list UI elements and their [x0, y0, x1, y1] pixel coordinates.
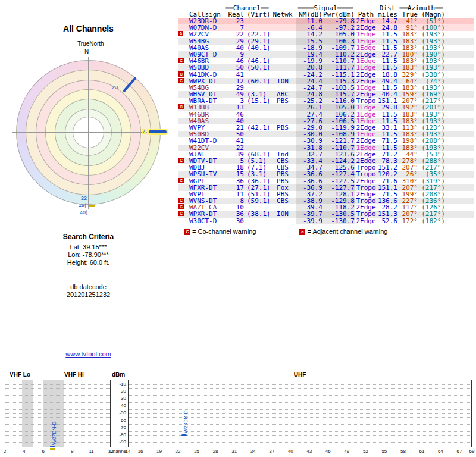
- cell-network: ION: [269, 78, 296, 84]
- cell-azimuth-magn: (193°): [418, 58, 445, 64]
- cell-distance: 40.4: [377, 91, 397, 98]
- cell-distance: 11.5: [377, 58, 397, 64]
- cell-nm-db: -39.4: [296, 204, 322, 211]
- cell-path: Tropo: [355, 184, 377, 191]
- col-netwk: Netwk: [269, 11, 296, 18]
- cell-azimuth-true: 183°: [397, 118, 418, 124]
- cell-filler: [445, 71, 474, 78]
- cell-network: [269, 84, 296, 91]
- cell-filler: [445, 198, 474, 204]
- cell-nm-db: -33.4: [296, 158, 322, 164]
- cell-network: [269, 111, 296, 118]
- cell-azimuth-true: 183°: [397, 45, 418, 51]
- table-row: WHSV-DT49(3.1)ABC-24.8-115.72Edge40.4159…: [178, 91, 474, 98]
- cell-warning: [178, 151, 189, 158]
- col-miles: miles: [377, 11, 397, 18]
- cell-filler: [445, 78, 474, 84]
- cell-path: 2Edge: [355, 218, 377, 224]
- cell-warning: [178, 191, 189, 198]
- cell-azimuth-true: 117°: [397, 204, 418, 211]
- cell-azimuth-magn: (35°): [418, 171, 445, 177]
- cell-path: 2Edge: [355, 124, 377, 131]
- gridline: [129, 402, 471, 403]
- cell-path: 1Edge: [355, 118, 377, 124]
- cell-real-channel: 49: [225, 91, 244, 98]
- cell-warning: C: [178, 104, 189, 111]
- adjacent-warning-icon: a: [299, 229, 305, 235]
- cell-virtual-channel: (7.1): [244, 164, 269, 171]
- gridline: [5, 413, 110, 414]
- radar-label-ch22: 22: [81, 195, 87, 201]
- tvfool-link[interactable]: www.tvfool.com: [39, 350, 137, 358]
- cell-network: PBS: [269, 124, 296, 131]
- cell-pwr-dbm: -109.7: [322, 45, 355, 51]
- co-channel-warning-icon: C: [178, 104, 184, 109]
- cell-nm-db: -38.9: [296, 198, 322, 204]
- cell-network: [269, 38, 296, 45]
- radar-tick-yellow: [89, 205, 95, 207]
- gridline: [5, 428, 110, 428]
- radar-crosshair-v: [88, 57, 89, 209]
- page-title: All Channels: [39, 24, 137, 33]
- cell-virtual-channel: (59.1): [244, 198, 269, 204]
- vhf-hi-label: VHF Hi: [63, 371, 85, 378]
- cell-pwr-dbm: -130.5: [322, 211, 355, 217]
- cell-azimuth-magn: (169°): [418, 91, 445, 98]
- cell-real-channel: 10: [225, 204, 244, 211]
- cell-network: CBS: [269, 164, 296, 171]
- cell-distance: 151.2: [377, 164, 397, 171]
- table-row: WFXR-DT17(27.1)Fox-36.9-127.7Tropo151.12…: [178, 184, 474, 191]
- cell-real-channel: 5: [225, 158, 244, 164]
- cell-nm-db: -31.8: [296, 145, 322, 151]
- cell-real-channel: 41: [225, 137, 244, 144]
- cell-virtual-channel: (5.1): [244, 158, 269, 164]
- cell-azimuth-magn: (319°): [418, 178, 445, 184]
- search-criteria: Search Criteria Lat: 39.15*** Lon: -78.9…: [39, 233, 137, 299]
- table-row: W50BD50(50.1)-20.8-111.71Edge11.5183°(19…: [178, 64, 474, 71]
- radar-marker-ch7: [149, 130, 167, 133]
- cell-azimuth-true: 207°: [397, 164, 418, 171]
- cell-path: 2Edge: [355, 91, 377, 98]
- cell-distance: 11.5: [377, 38, 397, 45]
- cell-pwr-dbm: -79.8: [322, 18, 355, 24]
- cell-nm-db: -29.0: [296, 124, 322, 131]
- datecode-value: 201201251232: [39, 291, 137, 299]
- cell-azimuth-true: 183°: [397, 84, 418, 91]
- cell-network: [269, 51, 296, 58]
- y-axis-label: -50: [111, 410, 126, 415]
- x-axis-label: 69: [469, 449, 475, 454]
- cell-nm-db: -27.4: [296, 111, 322, 118]
- cell-filler: [445, 218, 474, 224]
- cell-callsign: W23DR-D: [189, 18, 225, 24]
- cell-real-channel: 23: [225, 18, 244, 24]
- cell-nm-db: -36.6: [296, 178, 322, 184]
- adjacent-warning-icon: a: [178, 31, 183, 36]
- table-row: WVPY21(42.1)PBS-29.0-119.92Edge33.1113°(…: [178, 124, 474, 131]
- radar-label-ch23: 23: [112, 84, 118, 90]
- table-row: WJAL39(68.1)Ind-32.7-123.62Edge71.244°(5…: [178, 151, 474, 158]
- gridline: [129, 435, 471, 436]
- cell-distance: 11.5: [377, 145, 397, 151]
- cell-pwr-dbm: -110.7: [322, 145, 355, 151]
- cell-nm-db: -27.6: [296, 118, 322, 124]
- cell-nm-db: -18.9: [296, 45, 322, 51]
- gridline: [5, 392, 110, 392]
- cell-network: Ind: [269, 151, 296, 158]
- cell-filler: [445, 38, 474, 45]
- table-row: WVPT11(51.1)PBS-37.2-128.12Edge71.5199°(…: [178, 191, 474, 198]
- gridline: [5, 442, 110, 443]
- cell-warning: [178, 84, 189, 91]
- cell-real-channel: 50: [225, 131, 244, 137]
- cell-pwr-dbm: -128.1: [322, 191, 355, 198]
- cell-network: Fox: [269, 184, 296, 191]
- cell-pwr-dbm: -110.7: [322, 58, 355, 64]
- cell-path: 1Edge: [355, 64, 377, 71]
- cell-nm-db: -24.8: [296, 91, 322, 98]
- cell-callsign: W40AS: [189, 118, 225, 124]
- gridline: [5, 435, 110, 436]
- cell-real-channel: 30: [225, 218, 244, 224]
- cell-azimuth-true: 113°: [397, 124, 418, 131]
- cell-azimuth-true: 310°: [397, 178, 418, 184]
- cell-azimuth-magn: (217°): [418, 184, 445, 191]
- cell-distance: 71.6: [377, 178, 397, 184]
